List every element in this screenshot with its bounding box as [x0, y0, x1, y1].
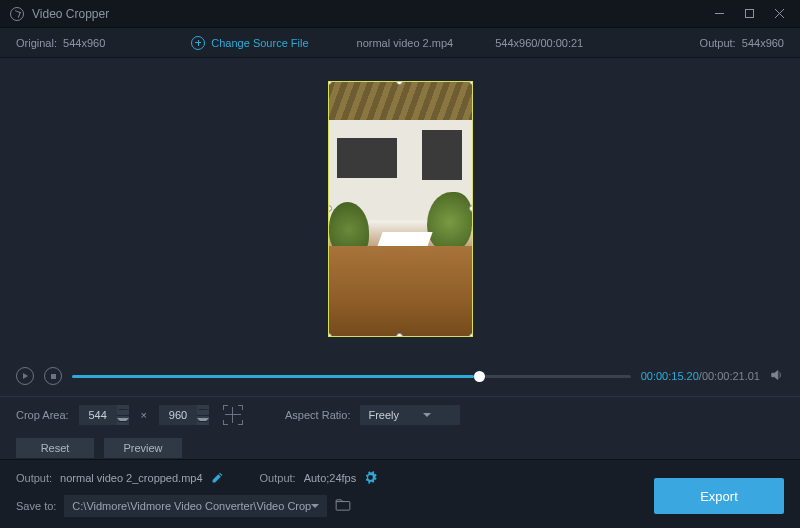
output-format-label: Output: — [260, 472, 296, 484]
aspect-ratio-dropdown[interactable]: Freely — [360, 405, 460, 425]
plus-circle-icon — [191, 36, 205, 50]
close-button[interactable] — [764, 0, 794, 28]
export-button[interactable]: Export — [654, 478, 784, 514]
seek-track — [72, 375, 631, 378]
video-content — [328, 246, 473, 337]
output-filename: normal video 2_cropped.mp4 — [60, 472, 202, 484]
app-title: Video Cropper — [32, 7, 109, 21]
chevron-up-icon — [197, 409, 209, 410]
source-filename: normal video 2.mp4 — [357, 37, 454, 49]
crop-area-label: Crop Area: — [16, 409, 69, 421]
crop-height-stepper[interactable] — [159, 405, 209, 425]
crop-handle-bottom[interactable] — [396, 333, 403, 337]
video-content — [427, 192, 472, 252]
output-label: Output: — [700, 37, 736, 49]
aspect-ratio-value: Freely — [368, 409, 399, 421]
crop-height-input[interactable] — [159, 405, 197, 425]
bottom-bar: Output: normal video 2_cropped.mp4 Outpu… — [0, 459, 800, 528]
seek-thumb[interactable] — [474, 371, 485, 382]
chevron-down-icon — [197, 418, 209, 422]
save-to-dropdown[interactable]: C:\Vidmore\Vidmore Video Converter\Video… — [64, 495, 327, 517]
info-bar: Original: 544x960 Change Source File nor… — [0, 28, 800, 58]
app-icon — [10, 7, 24, 21]
save-to-path: C:\Vidmore\Vidmore Video Converter\Video… — [72, 500, 311, 512]
playback-bar: 00:00:15.20/00:00:21.01 — [0, 360, 800, 392]
crop-width-down[interactable] — [117, 416, 129, 426]
center-crop-button[interactable] — [223, 405, 243, 425]
aspect-ratio-label: Aspect Ratio: — [285, 409, 350, 421]
play-button[interactable] — [16, 367, 34, 385]
volume-button[interactable] — [770, 368, 784, 385]
play-icon — [23, 373, 28, 379]
change-source-label: Change Source File — [211, 37, 308, 49]
output-dims-label: Output: 544x960 — [700, 37, 784, 49]
chevron-down-icon — [311, 504, 319, 508]
timecodes: 00:00:15.20/00:00:21.01 — [641, 370, 760, 382]
crop-handle-bottom-right[interactable] — [469, 333, 473, 337]
open-folder-button[interactable] — [335, 499, 351, 513]
maximize-button[interactable] — [734, 0, 764, 28]
stop-icon — [51, 374, 56, 379]
minimize-button[interactable] — [704, 0, 734, 28]
output-file-label: Output: — [16, 472, 52, 484]
svg-rect-1 — [745, 10, 753, 18]
crop-width-stepper[interactable] — [79, 405, 129, 425]
titlebar: Video Cropper — [0, 0, 800, 28]
crop-handle-left[interactable] — [328, 205, 332, 212]
current-time: 00:00:15.20 — [641, 370, 699, 382]
seek-fill — [72, 375, 474, 378]
multiply-symbol: × — [141, 409, 147, 421]
chevron-down-icon — [117, 418, 129, 422]
crop-handle-bottom-left[interactable] — [328, 333, 332, 337]
original-label: Original: — [16, 37, 57, 49]
output-format-value: Auto;24fps — [304, 472, 357, 484]
chevron-up-icon — [117, 409, 129, 410]
video-content — [329, 82, 472, 120]
crop-width-input[interactable] — [79, 405, 117, 425]
window-controls — [704, 0, 794, 28]
preview-button[interactable]: Preview — [104, 438, 182, 458]
source-dims-time: 544x960/00:00:21 — [495, 37, 583, 49]
output-settings-button[interactable] — [364, 471, 377, 486]
edit-filename-button[interactable] — [211, 471, 224, 486]
output-dims: 544x960 — [742, 37, 784, 49]
stop-button[interactable] — [44, 367, 62, 385]
crop-height-down[interactable] — [197, 416, 209, 426]
video-canvas[interactable] — [0, 58, 800, 360]
reset-button[interactable]: Reset — [16, 438, 94, 458]
crop-width-up[interactable] — [117, 405, 129, 416]
crop-frame[interactable] — [328, 81, 473, 337]
crop-settings: Crop Area: × Aspect Ratio: Freely — [0, 397, 800, 433]
save-to-label: Save to: — [16, 500, 56, 512]
crop-height-up[interactable] — [197, 405, 209, 416]
chevron-down-icon — [423, 413, 431, 417]
duration: 00:00:21.01 — [702, 370, 760, 382]
original-dims: 544x960 — [63, 37, 105, 49]
original-dims-label: Original: 544x960 — [16, 37, 105, 49]
change-source-button[interactable]: Change Source File — [191, 36, 308, 50]
crop-handle-right[interactable] — [469, 205, 473, 212]
seek-slider[interactable] — [72, 369, 631, 383]
svg-rect-4 — [336, 502, 350, 511]
